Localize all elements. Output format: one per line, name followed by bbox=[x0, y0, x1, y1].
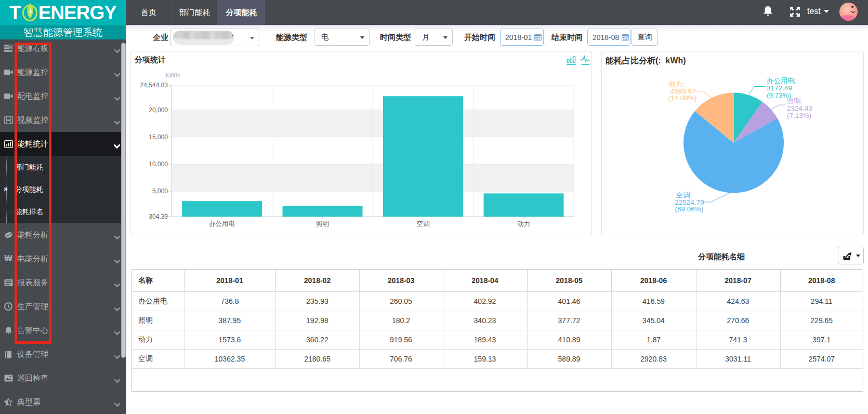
svg-text:动力: 动力 bbox=[517, 220, 530, 228]
svg-text:304.39: 304.39 bbox=[149, 213, 168, 220]
svg-text:15,000: 15,000 bbox=[149, 133, 168, 141]
svg-text:kWh: kWh bbox=[165, 71, 180, 79]
svg-text:2324.43: 2324.43 bbox=[787, 104, 812, 112]
svg-text:5,000: 5,000 bbox=[152, 188, 168, 195]
svg-text:空调:: 空调: bbox=[676, 191, 692, 199]
svg-text:10,000: 10,000 bbox=[149, 161, 168, 168]
svg-text:照明:: 照明: bbox=[787, 97, 803, 105]
svg-text:办公用电:: 办公用电: bbox=[767, 77, 797, 85]
svg-text:照明: 照明 bbox=[316, 220, 329, 228]
svg-text:能耗占比分析(: kWh): 能耗占比分析(: kWh) bbox=[605, 56, 686, 65]
svg-text:空调: 空调 bbox=[417, 220, 430, 228]
svg-text:(7.13%): (7.13%) bbox=[787, 112, 811, 119]
svg-text:3172.49: 3172.49 bbox=[767, 84, 792, 92]
svg-text:分项统计: 分项统计 bbox=[134, 55, 166, 64]
svg-text:(14.08%): (14.08%) bbox=[668, 94, 697, 102]
svg-text:办公用电: 办公用电 bbox=[209, 220, 235, 228]
svg-text:20,000: 20,000 bbox=[149, 106, 168, 114]
svg-text:(69.06%): (69.06%) bbox=[675, 205, 704, 213]
svg-text:24,544.83: 24,544.83 bbox=[140, 82, 168, 89]
